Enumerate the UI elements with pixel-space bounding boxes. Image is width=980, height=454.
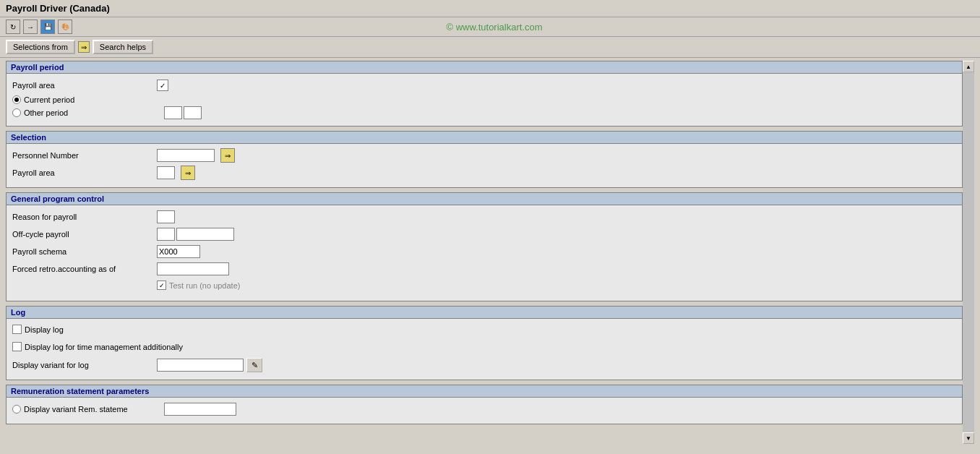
- display-variant-log-row: Display variant for log ✎: [12, 358, 956, 372]
- display-variant-log-label: Display variant for log: [12, 361, 157, 369]
- remuneration-body: Display variant Rem. stateme: [7, 398, 962, 424]
- general-program-control-header: General program control: [7, 193, 962, 205]
- other-period-input1[interactable]: [164, 106, 182, 119]
- general-program-control-section: General program control Reason for payro…: [6, 192, 963, 301]
- payroll-area-checkbox[interactable]: ✓: [157, 80, 168, 91]
- forced-retro-label: Forced retro.accounting as of: [12, 265, 157, 273]
- display-log-checkbox[interactable]: [12, 325, 22, 334]
- action-bar: Selections from ⇒ Search helps: [0, 37, 980, 58]
- arrow-icon: ⇒: [78, 41, 90, 53]
- watermark: © www.tutorialkart.com: [75, 22, 914, 33]
- display-variant-rem-row: Display variant Rem. stateme: [12, 402, 956, 416]
- scroll-track[interactable]: [963, 72, 974, 432]
- off-cycle-input1[interactable]: [157, 228, 175, 241]
- forward-icon[interactable]: →: [23, 20, 38, 34]
- log-section: Log Display log Display log for time man…: [6, 306, 963, 380]
- off-cycle-payroll-label: Off-cycle payroll: [12, 230, 157, 239]
- selections-from-button[interactable]: Selections from: [6, 40, 75, 54]
- scroll-up-btn[interactable]: ▲: [963, 61, 974, 72]
- form-area: Payroll period Payroll area ✓ Current pe…: [6, 61, 963, 444]
- selection-payroll-area-row: Payroll area ⇒: [12, 166, 956, 180]
- selection-section: Selection Personnel Number ⇒ Payroll are…: [6, 131, 963, 188]
- display-log-time-checkbox[interactable]: [12, 342, 22, 351]
- display-variant-rem-radio-row: Display variant Rem. stateme: [12, 403, 236, 416]
- current-period-row[interactable]: Current period: [12, 95, 956, 104]
- selection-body: Personnel Number ⇒ Payroll area ⇒: [7, 144, 962, 187]
- test-run-check-mark: ✓: [159, 282, 165, 289]
- check-mark: ✓: [160, 82, 166, 90]
- scrollbar[interactable]: ▲ ▼: [963, 61, 974, 444]
- current-period-radio[interactable]: [12, 95, 21, 104]
- save-icon[interactable]: 💾: [40, 20, 55, 34]
- log-header: Log: [7, 307, 962, 319]
- forced-retro-input[interactable]: [157, 262, 229, 275]
- other-period-row[interactable]: Other period: [12, 106, 956, 119]
- test-run-checkbox-label: ✓ Test run (no update): [157, 280, 240, 290]
- display-log-time-row: Display log for time management addition…: [12, 340, 956, 355]
- forced-retro-row: Forced retro.accounting as of: [12, 262, 956, 276]
- display-variant-pencil-btn[interactable]: ✎: [246, 358, 262, 372]
- payroll-area-row: Payroll area ✓: [12, 78, 956, 93]
- payroll-period-section: Payroll period Payroll area ✓ Current pe…: [6, 61, 963, 127]
- personnel-number-arrow-btn[interactable]: ⇒: [220, 148, 235, 163]
- display-log-label: Display log: [25, 325, 64, 334]
- log-body: Display log Display log for time managem…: [7, 319, 962, 380]
- display-log-time-checkbox-label: Display log for time management addition…: [12, 342, 183, 351]
- reason-for-payroll-input[interactable]: [157, 210, 175, 223]
- back-icon[interactable]: ↻: [6, 20, 20, 34]
- test-run-row: ✓ Test run (no update): [12, 279, 956, 294]
- color-icon[interactable]: 🎨: [58, 20, 72, 34]
- reason-for-payroll-row: Reason for payroll: [12, 210, 956, 224]
- personnel-number-row: Personnel Number ⇒: [12, 148, 956, 163]
- display-variant-rem-radio[interactable]: [12, 405, 21, 414]
- scroll-down-btn[interactable]: ▼: [963, 432, 974, 444]
- toolbar: ↻ → 💾 🎨 © www.tutorialkart.com: [0, 17, 980, 37]
- current-period-label: Current period: [24, 95, 74, 104]
- display-log-row: Display log: [12, 323, 956, 338]
- off-cycle-payroll-row: Off-cycle payroll: [12, 227, 956, 241]
- remuneration-header: Remuneration statement parameters: [7, 385, 962, 398]
- payroll-period-body: Payroll area ✓ Current period Other peri…: [7, 74, 962, 126]
- selection-header: Selection: [7, 132, 962, 144]
- personnel-number-input[interactable]: [157, 149, 215, 162]
- general-program-control-body: Reason for payroll Off-cycle payroll Pay…: [7, 205, 962, 301]
- other-period-label: Other period: [24, 108, 161, 117]
- display-variant-rem-label: Display variant Rem. stateme: [24, 405, 161, 414]
- selection-payroll-area-label: Payroll area: [12, 168, 157, 177]
- payroll-schema-input[interactable]: [157, 245, 200, 258]
- payroll-area-arrow-btn[interactable]: ⇒: [181, 166, 195, 180]
- search-helps-button[interactable]: Search helps: [93, 40, 153, 54]
- display-variant-rem-input[interactable]: [164, 403, 236, 416]
- app-title: Payroll Driver (Canada): [6, 3, 110, 14]
- display-log-checkbox-label: Display log: [12, 325, 64, 334]
- display-log-time-label: Display log for time management addition…: [25, 343, 183, 351]
- main-content: Payroll period Payroll area ✓ Current pe…: [0, 58, 980, 447]
- payroll-schema-label: Payroll schema: [12, 247, 157, 256]
- reason-for-payroll-label: Reason for payroll: [12, 213, 157, 221]
- test-run-label: Test run (no update): [169, 281, 240, 290]
- display-variant-log-input[interactable]: [157, 359, 244, 372]
- test-run-checkbox[interactable]: ✓: [157, 280, 166, 290]
- other-period-input2[interactable]: [184, 106, 202, 119]
- remuneration-section: Remuneration statement parameters Displa…: [6, 385, 963, 424]
- off-cycle-input2[interactable]: [176, 228, 234, 241]
- payroll-area-label: Payroll area: [12, 81, 157, 90]
- payroll-period-header: Payroll period: [7, 61, 962, 74]
- selection-payroll-area-input[interactable]: [157, 166, 175, 179]
- personnel-number-label: Personnel Number: [12, 151, 157, 160]
- payroll-schema-row: Payroll schema: [12, 244, 956, 259]
- title-bar: Payroll Driver (Canada): [0, 0, 980, 17]
- other-period-radio[interactable]: [12, 108, 21, 117]
